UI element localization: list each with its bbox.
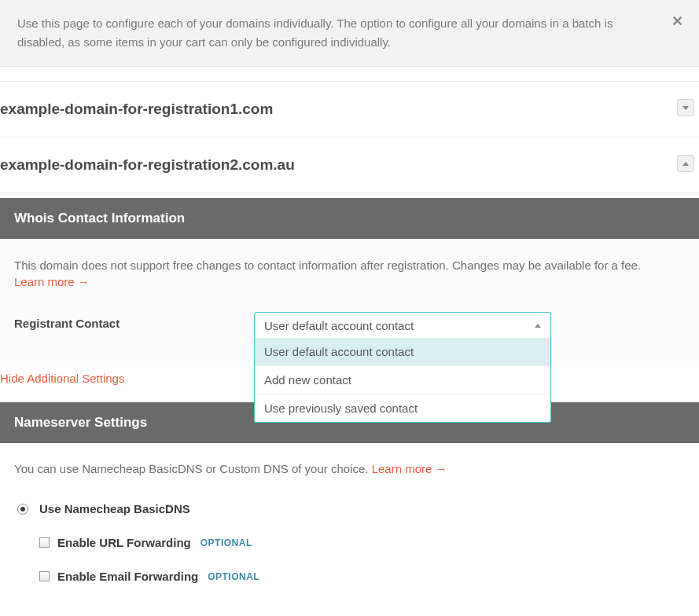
registrant-contact-row: Registrant Contact User default account … — [14, 312, 685, 339]
url-forwarding-row[interactable]: Enable URL Forwarding OPTIONAL — [14, 528, 685, 554]
nameserver-section-body: You can use Namecheap BasicDNS or Custom… — [0, 443, 699, 616]
basic-dns-label: Use Namecheap BasicDNS — [39, 502, 190, 515]
whois-section-header: Whois Contact Information — [0, 198, 699, 239]
dropdown-option-default[interactable]: User default account contact — [255, 338, 550, 365]
whois-section-body: This domain does not support free change… — [0, 239, 699, 361]
domain-name-2: example-domain-for-registration2.com.au — [0, 156, 295, 173]
collapse-button-2[interactable] — [677, 155, 694, 172]
basic-dns-radio[interactable] — [17, 504, 28, 515]
notice-bar: Use this page to configure each of your … — [0, 0, 699, 67]
email-forwarding-row[interactable]: Enable Email Forwarding OPTIONAL — [14, 562, 685, 588]
dropdown-selected-value: User default account contact — [264, 319, 414, 332]
url-forwarding-label: Enable URL Forwarding — [57, 536, 191, 549]
chevron-up-icon — [682, 162, 689, 166]
radio-selected-icon — [20, 507, 25, 512]
url-forwarding-checkbox[interactable] — [39, 537, 50, 548]
domain-row-2[interactable]: example-domain-for-registration2.com.au — [0, 138, 699, 193]
nameserver-learn-more-link[interactable]: Learn more → — [372, 462, 447, 475]
email-forwarding-label: Enable Email Forwarding — [57, 570, 198, 583]
optional-tag: OPTIONAL — [201, 537, 252, 548]
expand-button-1[interactable] — [677, 99, 694, 116]
domain-name-1: example-domain-for-registration1.com — [0, 101, 273, 117]
dropdown-option-add-new[interactable]: Add new contact — [255, 365, 550, 394]
chevron-up-icon — [535, 324, 541, 328]
chevron-down-icon — [682, 106, 689, 110]
nameserver-info-text: You can use Namecheap BasicDNS or Custom… — [14, 462, 372, 475]
dropdown-option-saved[interactable]: Use previously saved contact — [255, 394, 550, 422]
whois-info-text: This domain does not support free change… — [14, 256, 685, 275]
dropdown-menu: User default account contact Add new con… — [254, 338, 551, 423]
dropdown-toggle[interactable]: User default account contact — [254, 312, 551, 339]
basic-dns-radio-row[interactable]: Use Namecheap BasicDNS — [14, 490, 685, 520]
optional-tag: OPTIONAL — [208, 571, 259, 582]
close-icon[interactable]: ✕ — [671, 13, 683, 30]
registrant-contact-label: Registrant Contact — [14, 312, 254, 330]
notice-text: Use this page to configure each of your … — [17, 14, 682, 52]
whois-learn-more-link[interactable]: Learn more → — [14, 275, 90, 288]
domain-row-1[interactable]: example-domain-for-registration1.com — [0, 81, 699, 138]
registrant-contact-dropdown[interactable]: User default account contact User defaul… — [254, 312, 551, 339]
custom-dns-radio-row[interactable]: Use Custom DNS — [14, 610, 685, 616]
email-forwarding-checkbox[interactable] — [39, 571, 50, 581]
